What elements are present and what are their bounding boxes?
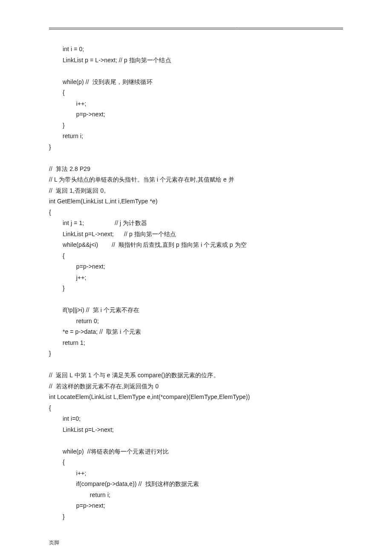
code-block: int i = 0; LinkList p = L->next; // p 指向…	[49, 44, 343, 522]
header-mark: .	[236, 26, 237, 28]
document-page: . int i = 0; LinkList p = L->next; // p …	[0, 0, 392, 555]
header-rule	[49, 28, 343, 29]
page-footer: 页脚	[49, 539, 343, 546]
